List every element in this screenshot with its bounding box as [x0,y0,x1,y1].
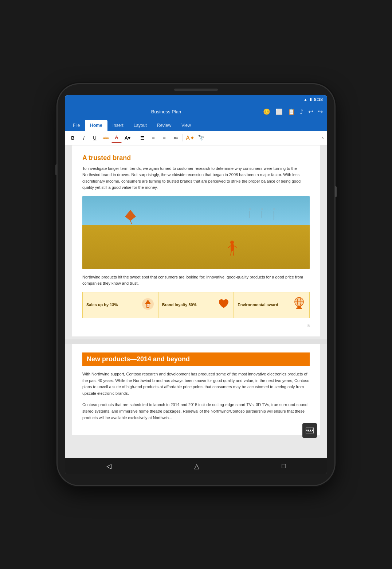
svg-rect-3 [231,244,234,251]
find-button[interactable]: 🔭 [196,133,206,143]
undo-icon[interactable]: ↩ [308,108,313,115]
toolbar-separator-1 [135,134,135,141]
back-button[interactable]: ◁ [106,462,111,470]
bullet-list-button[interactable]: ☰ [137,133,148,143]
svg-line-7 [233,251,234,256]
stat-loyalty: Brand loyalty 80% [158,292,234,318]
volume-button-left[interactable] [55,164,57,175]
body-text-brand: To investigate longer-term trends, we ag… [82,165,310,191]
share-icon[interactable]: ⤴ [300,109,303,115]
emoji-icon[interactable]: 😊 [263,108,270,115]
svg-rect-26 [307,432,312,432]
svg-rect-24 [310,430,311,431]
svg-rect-15 [297,306,301,308]
stat-environmental-label: Environmental award [238,302,278,308]
format-toolbar: B I U abc A A▾ ☰ ≡ ≡ ⇥≡ A✦ 🔭 ∧ [65,131,327,145]
document-scroll[interactable]: A trusted brand To investigate longer-te… [65,145,327,458]
document-title: Business Plan [69,109,263,114]
toolbar-collapse-button[interactable]: ∧ [321,135,324,140]
recents-button[interactable]: □ [282,462,286,470]
svg-line-1 [130,221,134,224]
page-break [65,339,327,344]
child-figure [228,240,237,258]
home-button[interactable]: △ [194,462,199,470]
tab-file[interactable]: File [68,120,85,131]
stat-loyalty-icon [217,298,230,312]
stat-environmental-icon [293,297,306,313]
redo-icon[interactable]: ↪ [318,108,323,115]
stat-sales: Sales up by 13% $ [82,292,158,318]
battery-icon: ▮ [310,97,312,102]
svg-line-5 [234,246,237,248]
font-size-button[interactable]: A▾ [122,133,133,143]
tab-bar: File Home Insert Layout Review View [65,120,327,131]
bottom-navigation: ◁ △ □ [65,458,327,474]
bold-button[interactable]: B [68,133,78,143]
underline-button[interactable]: U [90,133,100,143]
turbine-2: ✳ [260,207,263,220]
book-icon[interactable]: 📋 [288,108,295,115]
svg-rect-19 [308,429,309,429]
stat-loyalty-label: Brand loyalty 80% [162,302,197,308]
turbine-3: ✳ [273,207,275,220]
document-page-2: New products—2014 and beyond With Northw… [72,344,320,435]
toolbar-separator-2 [183,134,183,141]
kite-shape [123,209,138,225]
svg-rect-22 [306,430,307,431]
strikethrough-button[interactable]: abc [101,133,111,143]
clock: 8:18 [314,97,323,102]
field-background [82,225,310,269]
device-frame: ▲ ▮ 8:18 Business Plan 😊 ⬜ 📋 ⤴ ↩ ↪ File … [58,84,334,485]
svg-line-4 [228,246,231,248]
app-toolbar: Business Plan 😊 ⬜ 📋 ⤴ ↩ ↪ [65,104,327,120]
new-products-heading: New products—2014 and beyond [82,352,310,366]
turbine-1: ✳ [248,207,251,220]
svg-marker-0 [125,210,136,221]
tab-layout[interactable]: Layout [129,120,152,131]
tab-insert[interactable]: Insert [107,120,129,131]
save-icon[interactable]: ⬜ [275,108,283,115]
tab-home[interactable]: Home [85,120,107,131]
stat-sales-label: Sales up by 13% [86,302,118,308]
svg-text:$: $ [147,304,149,308]
body-text-sweet-spot: Northwind products hit the sweet spot th… [82,274,310,287]
svg-rect-25 [312,430,313,431]
tab-view[interactable]: View [176,120,196,131]
italic-button[interactable]: I [79,133,89,143]
document-page-1: A trusted brand To investigate longer-te… [72,145,320,337]
stat-environmental: Environmental award [234,292,310,318]
numbered-list-button[interactable]: ≡ [148,133,158,143]
body-text-new-products-2: Contoso products that are scheduled to l… [82,402,310,421]
indent-button[interactable]: ⇥≡ [170,133,180,143]
style-button[interactable]: A✦ [185,133,195,143]
svg-rect-21 [312,429,313,429]
body-text-new-products-1: With Northwind support, Contoso research… [82,371,310,397]
page-number: 5 [82,323,310,328]
section-heading-trusted-brand: A trusted brand [82,154,310,162]
wifi-icon: ▲ [303,97,307,102]
svg-rect-20 [310,429,311,429]
device-screen: ▲ ▮ 8:18 Business Plan 😊 ⬜ 📋 ⤴ ↩ ↪ File … [65,95,327,474]
align-button[interactable]: ≡ [159,133,169,143]
toolbar-right-icons[interactable]: 😊 ⬜ 📋 ⤴ ↩ ↪ [263,108,323,115]
tab-review[interactable]: Review [152,120,176,131]
svg-point-2 [230,241,234,244]
keyboard-fab-button[interactable] [302,423,317,438]
font-color-button[interactable]: A [111,133,122,143]
status-bar: ▲ ▮ 8:18 [65,95,327,104]
stat-sales-icon: $ [141,297,154,313]
svg-rect-16 [296,308,302,309]
wind-turbines: ✳ ✳ ✳ [248,207,275,220]
svg-rect-18 [306,429,307,429]
svg-line-6 [231,251,231,256]
svg-rect-23 [308,430,309,431]
stats-row: Sales up by 13% $ Brand loyalty 80% [82,292,310,318]
kite-field-image: ✳ ✳ ✳ [82,196,310,269]
power-button[interactable] [335,186,337,197]
